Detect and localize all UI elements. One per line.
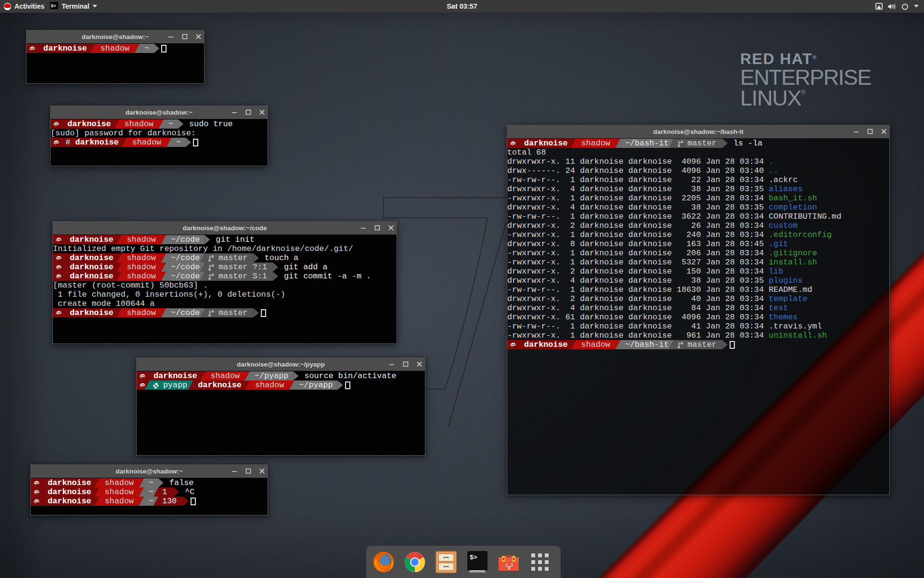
svg-text:$>: $> [470,554,477,561]
